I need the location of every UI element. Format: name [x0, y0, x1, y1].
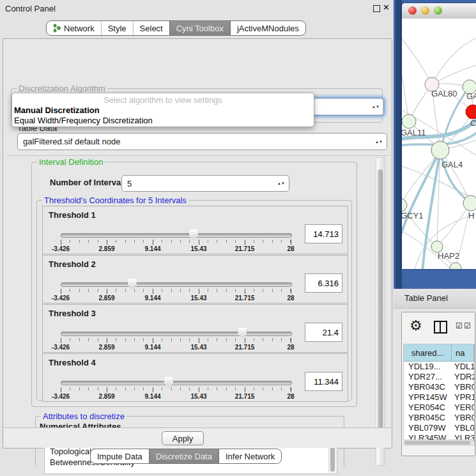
slider-thumb[interactable] — [164, 377, 173, 388]
control-panel: Control Panel ✕ Network Style Select Cyn… — [0, 0, 394, 476]
threshold-label: Threshold 3 — [49, 309, 96, 318]
node-label: C — [470, 118, 476, 128]
threshold-2-slider[interactable]: -3.426 2.859 9.144 15.43 21.715 28 — [61, 279, 291, 302]
tab-jactivemnodules[interactable]: jActiveMNodules — [230, 21, 305, 35]
checkbox-icon[interactable]: ☑ — [464, 321, 471, 330]
scrollbar-thumb[interactable] — [404, 441, 470, 445]
table-row[interactable]: YDL19...YDL1 — [404, 362, 474, 372]
close-traffic-light[interactable] — [408, 6, 417, 15]
float-window-icon[interactable] — [373, 5, 380, 12]
threshold-1-slider[interactable]: -3.426 2.859 9.144 15.43 21.715 28 — [61, 229, 291, 252]
threshold-label: Threshold 1 — [49, 210, 96, 220]
popup-option-manual-discretization[interactable]: Manual Discretization — [14, 105, 100, 115]
slider-scale: -3.426 2.859 9.144 15.43 21.715 28 — [61, 295, 291, 302]
table-panel-titlebar: Table Panel — [394, 289, 476, 309]
slider-scale: -3.426 2.859 9.144 15.43 21.715 28 — [61, 245, 291, 252]
scrollbar-thumb[interactable] — [378, 169, 383, 444]
number-of-intervals-value: 5 — [127, 179, 132, 188]
threshold-4-box: Threshold 4 -3.426 2.859 9.144 15.43 21 — [42, 353, 348, 402]
group-title: Discretization Algorithm — [17, 84, 107, 93]
zoom-traffic-light[interactable] — [434, 6, 442, 15]
threshold-label: Threshold 4 — [49, 358, 96, 367]
table-row[interactable]: YBR043CYBR0 — [404, 382, 474, 392]
popup-placeholder-item: Select algorithm to view settings — [12, 95, 314, 105]
control-panel-titlebar: Control Panel ✕ — [0, 0, 394, 17]
settings-scrollbar[interactable] — [376, 157, 385, 466]
threshold-label: Threshold 2 — [49, 259, 96, 269]
tab-select[interactable]: Select — [133, 21, 169, 35]
threshold-2-value-field[interactable] — [305, 273, 342, 293]
table-row[interactable]: YBL079WYBL0 — [404, 423, 474, 433]
column-header-name[interactable]: na — [452, 344, 474, 361]
slider-thumb[interactable] — [128, 279, 137, 289]
checkbox-icon[interactable]: ☑ — [456, 321, 463, 330]
thresholds-group: Threshold's Coordinates for 5 Intervals … — [36, 200, 352, 401]
table-row[interactable]: YER054CYER0 — [404, 403, 474, 413]
table-horizontal-scrollbar[interactable] — [403, 440, 473, 446]
node-label: H — [468, 211, 474, 220]
slider-track — [61, 282, 292, 287]
number-of-intervals-label: Number of Intervals — [50, 178, 128, 187]
group-title: Attributes to discretize — [41, 411, 127, 421]
threshold-3-slider[interactable]: -3.426 2.859 9.144 15.43 21.715 28 — [61, 328, 291, 351]
number-of-intervals-combobox[interactable]: 5 ▲▼ — [121, 175, 289, 192]
threshold-4-value-field[interactable] — [305, 372, 342, 391]
table-data-combobox[interactable]: galFiltered.sif default node ▲▼ — [17, 133, 387, 150]
node-label: GA — [466, 91, 476, 101]
tab-style[interactable]: Style — [101, 21, 133, 35]
panel-title: Control Panel — [5, 4, 56, 13]
node-label: HAP2 — [438, 251, 459, 261]
threshold-3-value-field[interactable] — [305, 323, 342, 342]
slider-track — [61, 332, 292, 336]
node-h[interactable] — [463, 196, 476, 211]
gear-icon[interactable]: ⚙ — [410, 318, 422, 334]
table-panel-title: Table Panel — [404, 293, 448, 303]
bottom-bar: Apply — [4, 427, 391, 448]
tab-impute-data[interactable]: Impute Data — [91, 449, 149, 463]
table-row[interactable]: YBR045CYBR0 — [404, 413, 474, 423]
slider-track — [61, 381, 292, 385]
bottom-tab-strip: Impute Data Discretize Data Infer Networ… — [90, 449, 282, 464]
group-title: Interval Definition — [37, 157, 105, 167]
network-window-titlebar[interactable] — [402, 3, 476, 19]
table-toolbar: ⚙ ☑ ☑ — [402, 312, 475, 342]
table-header-row: shared... na — [404, 344, 474, 362]
slider-scale: -3.426 2.859 9.144 15.43 21.715 28 — [61, 393, 291, 400]
popup-option-equal-width-frequency[interactable]: Equal Width/Frequency Discretization — [14, 116, 153, 125]
table-row[interactable]: YPR145WYPR1 — [404, 392, 474, 403]
columns-icon[interactable] — [434, 321, 447, 334]
slider-ticks — [61, 289, 291, 294]
table-panel: ⚙ ☑ ☑ shared... na YDL19...YDL1 YDR27...… — [401, 312, 475, 456]
node-gal4[interactable] — [431, 141, 449, 159]
stepper-arrows-icon: ▲▼ — [277, 182, 285, 185]
apply-button[interactable]: Apply — [162, 431, 204, 445]
slider-thumb[interactable] — [189, 229, 198, 240]
threshold-1-value-field[interactable] — [305, 224, 342, 243]
network-canvas[interactable]: GAL80 GA C GAL11 GAL4 GCY1 H HAP2 — [402, 19, 476, 269]
slider-thumb[interactable] — [238, 328, 247, 339]
slider-scale: -3.426 2.859 9.144 15.43 21.715 28 — [61, 344, 291, 351]
node-bottom[interactable] — [450, 263, 461, 269]
node-attribute-table[interactable]: shared... na YDL19...YDL1 YDR27...YDR2 Y… — [403, 344, 475, 446]
tab-infer-network[interactable]: Infer Network — [219, 449, 281, 463]
node-gal11[interactable] — [402, 114, 416, 128]
close-icon[interactable]: ✕ — [383, 3, 390, 12]
algorithm-dropdown-popup: Select algorithm to view settings Manual… — [12, 93, 314, 127]
tab-label: Network — [64, 24, 95, 33]
threshold-3-box: Threshold 3 -3.426 2.859 9.144 15.43 21 — [42, 304, 348, 353]
tab-discretize-data[interactable]: Discretize Data — [149, 449, 219, 463]
slider-ticks — [61, 387, 291, 392]
network-icon — [53, 24, 61, 33]
minimize-traffic-light[interactable] — [421, 6, 429, 15]
network-nodes — [402, 77, 476, 269]
node-label: GCY1 — [402, 211, 423, 220]
network-view-window: GAL80 GA C GAL11 GAL4 GCY1 H HAP2 — [402, 3, 476, 269]
slider-ticks — [61, 240, 291, 245]
node-gcy1[interactable] — [402, 199, 407, 211]
column-header-shared[interactable]: shared... — [404, 344, 452, 361]
tab-cyni-toolbox[interactable]: Cyni Toolbox — [169, 21, 230, 35]
table-row[interactable]: YDR27...YDR2 — [404, 372, 474, 382]
threshold-4-slider[interactable]: -3.426 2.859 9.144 15.43 21.715 28 — [61, 377, 291, 400]
stepper-arrows-icon: ▲▼ — [372, 105, 380, 109]
tab-network[interactable]: Network — [47, 21, 101, 35]
